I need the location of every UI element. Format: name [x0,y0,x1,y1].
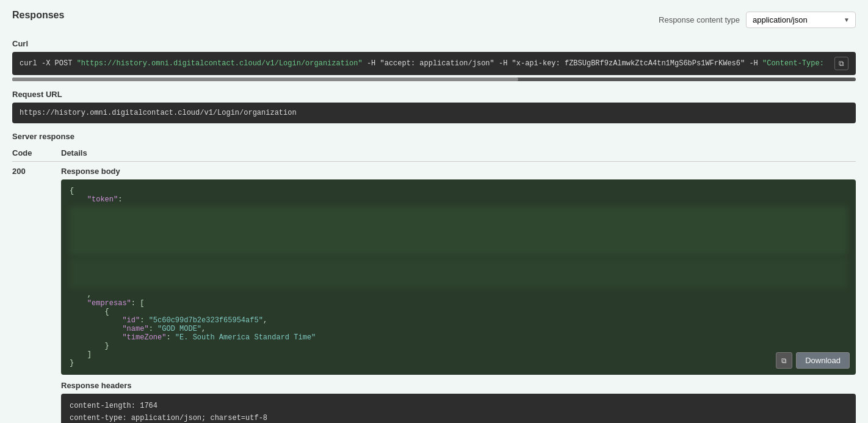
code-header: Code [12,146,61,162]
response-body-start: { "token": [70,187,847,204]
content-type-label: Response content type [659,15,740,24]
table-row: 200 Response body { "token": [12,162,856,424]
curl-label: Curl [12,39,856,48]
curl-url: "https://history.omni.digitalcontact.clo… [77,59,363,68]
response-header-content-length: content-length: 1764 [70,400,847,412]
curl-flags: -H "accept: application/json" -H "x-api-… [363,59,828,68]
request-url-box: https://history.omni.digitalcontact.clou… [12,103,856,123]
request-url-label: Request URL [12,90,856,99]
blurred-token-area-2 [70,258,847,288]
response-table: Code Details 200 Response body { "token"… [12,146,856,423]
response-body-box: { "token": , "empresas": [ { "id [61,179,856,375]
response-details: Response body { "token": , [61,162,856,424]
response-body-comma: , [70,291,847,299]
request-url-value: https://history.omni.digitalcontact.clou… [20,109,297,117]
response-headers-label: Response headers [61,381,856,390]
response-header-content-type: content-type: application/json; charset=… [70,412,847,423]
details-header: Details [61,146,856,162]
response-headers-box: content-length: 1764 content-type: appli… [61,394,856,423]
curl-box: curl -X POST "https://history.omni.digit… [12,52,856,75]
download-button[interactable]: Download [796,352,850,369]
server-response-label: Server response [12,132,856,141]
curl-command-text: curl -X POST "https://history.omni.digit… [20,59,828,68]
response-copy-button[interactable]: ⧉ [776,352,792,369]
page-title: Responses [12,10,64,21]
curl-command: curl -X POST [20,59,77,68]
response-body-end: "empresas": [ { "id": "5c60c99d7b2e323f6… [70,299,847,367]
response-body-label: Response body [61,167,856,176]
curl-copy-button[interactable]: ⧉ [834,57,848,70]
response-code: 200 [12,162,61,424]
curl-scrollbar[interactable] [12,78,856,81]
response-body-actions: ⧉ Download [776,352,850,369]
blurred-token-area [70,206,847,255]
content-type-select[interactable]: application/json [746,12,856,28]
